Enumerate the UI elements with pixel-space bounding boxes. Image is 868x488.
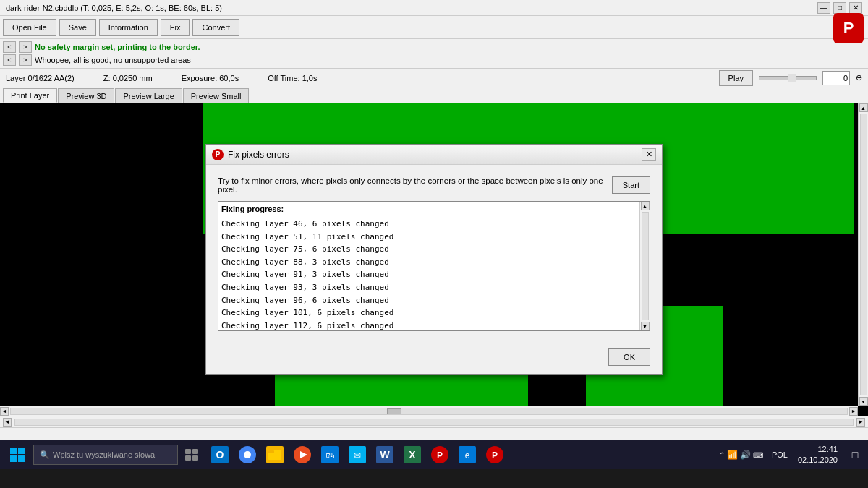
message-row-1: < > No safety margin set, printing to th… (3, 40, 865, 53)
windows-start-button[interactable] (3, 442, 32, 468)
svg-rect-4 (10, 455, 17, 462)
store-app-icon: 🛍 (321, 446, 339, 463)
progress-scrollbar[interactable]: ▲ ▼ (639, 202, 650, 330)
excel-app-icon: X (404, 446, 421, 463)
tab-print-layer[interactable]: Print Layer (3, 88, 57, 103)
notification-icon: □ (852, 449, 858, 461)
information-button[interactable]: Information (99, 19, 158, 36)
edge-icon[interactable]: e (454, 442, 480, 468)
zoom-input[interactable] (822, 71, 850, 85)
dialog-message-text: Try to fix minor errors, where pixels on… (218, 176, 605, 194)
tab-preview-small[interactable]: Preview Small (183, 88, 250, 103)
app-logo: P (832, 12, 865, 45)
dialog-title-left: P Fix pixels errors (212, 149, 289, 160)
dialog-close-button[interactable]: ✕ (642, 148, 656, 161)
word-app-icon: W (376, 446, 393, 463)
system-tray: ⌃ 📶 🔊 ⌨ POL 12:41 02.10.2020 □ (716, 444, 865, 466)
dialog-overlay: P Fix pixels errors ✕ Try to fix minor e… (0, 103, 868, 416)
z-info: Z: 0,0250 mm (103, 74, 153, 82)
message-bar: < > No safety margin set, printing to th… (0, 39, 868, 69)
network-icon: 📶 (727, 450, 738, 460)
svg-rect-3 (18, 448, 25, 454)
dialog-app-icon: P (212, 149, 224, 160)
progress-scroll-down[interactable]: ▼ (641, 322, 650, 330)
search-placeholder: Wpisz tu wyszukiwane słowa (53, 450, 155, 459)
tab-preview-large[interactable]: Preview Large (115, 88, 182, 103)
open-file-button[interactable]: Open File (3, 19, 56, 36)
convert-button[interactable]: Convert (192, 19, 239, 36)
chevron-icon[interactable]: ⌃ (719, 451, 725, 459)
prev-button-1[interactable]: < (3, 41, 16, 53)
next-button-2[interactable]: > (19, 54, 32, 66)
volume-icon: 🔊 (740, 450, 751, 460)
task-view-button[interactable] (179, 442, 205, 468)
svg-text:X: X (409, 449, 416, 461)
chrome-icon[interactable] (234, 442, 260, 468)
windows-logo-icon (10, 448, 25, 462)
progress-line: Checking layer 46, 6 pixels changed (221, 218, 647, 231)
word-icon[interactable]: W (372, 442, 398, 468)
svg-text:W: W (380, 449, 390, 461)
dialog-message-row: Try to fix minor errors, where pixels on… (218, 176, 650, 194)
progress-line: Checking layer 75, 6 pixels changed (221, 243, 647, 256)
bottom-scroll-track[interactable] (14, 419, 854, 426)
sys-tray-icons: ⌃ 📶 🔊 ⌨ (716, 450, 766, 460)
svg-text:✉: ✉ (354, 450, 361, 461)
progress-line: Checking layer 112, 6 pixels changed (221, 320, 647, 331)
dialog-body: Try to fix minor errors, where pixels on… (206, 165, 662, 343)
progress-scroll-track[interactable] (642, 212, 649, 320)
start-button[interactable]: Start (612, 176, 650, 194)
task-view-icon (185, 449, 200, 461)
dialog-title-bar: P Fix pixels errors ✕ (206, 145, 662, 165)
progress-line: Checking layer 51, 11 pixels changed (221, 231, 647, 244)
svg-text:🛍: 🛍 (326, 450, 334, 461)
store-icon[interactable]: 🛍 (317, 442, 343, 468)
minimize-button[interactable]: — (817, 2, 830, 14)
red-app-btn-icon: P (486, 446, 503, 463)
window-title: dark-rider-N2.cbddlp (T: 0,025, E: 5,2s,… (6, 4, 222, 12)
dialog-footer: OK (206, 343, 662, 374)
search-icon: 🔍 (40, 450, 50, 460)
photon-icon[interactable]: P (427, 442, 453, 468)
layer-slider[interactable] (759, 76, 817, 80)
notification-button[interactable]: □ (845, 445, 865, 465)
layer-controls-right: Play ⊕ (719, 70, 862, 86)
search-bar[interactable]: 🔍 Wpisz tu wyszukiwane słowa (33, 445, 178, 465)
svg-rect-16 (268, 450, 274, 453)
layer-info-bar: Layer 0/1622 AA(2) Z: 0,0250 mm Exposure… (0, 69, 868, 87)
fix-button[interactable]: Fix (161, 19, 190, 36)
keyboard-icon: ⌨ (753, 451, 763, 459)
progress-label: Fixing progress: (218, 202, 650, 215)
layer-info: Layer 0/1622 AA(2) (6, 74, 75, 82)
clock-time: 12:41 (798, 444, 838, 455)
svg-text:P: P (843, 19, 854, 37)
media-icon[interactable] (289, 442, 315, 468)
red-app-icon[interactable]: P (482, 442, 508, 468)
progress-area: Fixing progress: Checking layer 46, 6 pi… (218, 201, 650, 331)
progress-line: Checking layer 96, 6 pixels changed (221, 294, 647, 307)
play-button[interactable]: Play (719, 70, 753, 86)
outlook-icon[interactable]: O (207, 442, 233, 468)
bottom-area: ◄ ► (0, 416, 868, 427)
prev-button-2[interactable]: < (3, 54, 16, 66)
taskbar: 🔍 Wpisz tu wyszukiwane słowa O (0, 440, 868, 469)
mail-app-icon: ✉ (349, 446, 366, 463)
clock-date: 02.10.2020 (798, 455, 838, 466)
h-scroll-right[interactable]: ► (856, 418, 865, 427)
tab-preview-3d[interactable]: Preview 3D (58, 88, 114, 103)
svg-rect-2 (10, 448, 17, 454)
language-indicator: POL (769, 450, 791, 459)
progress-line: Checking layer 91, 3 pixels changed (221, 268, 647, 281)
next-button-1[interactable]: > (19, 41, 32, 53)
save-button[interactable]: Save (59, 19, 96, 36)
h-scroll-left[interactable]: ◄ (3, 418, 12, 427)
explorer-icon[interactable] (262, 442, 288, 468)
title-bar: dark-rider-N2.cbddlp (T: 0,025, E: 5,2s,… (0, 0, 868, 16)
excel-icon[interactable]: X (399, 442, 425, 468)
canvas-area: ▲ ▼ ◄ ► P Fix pixels errors ✕ Try to fix (0, 103, 868, 416)
progress-scroll-up[interactable]: ▲ (641, 202, 650, 210)
ok-button[interactable]: OK (608, 348, 650, 366)
tab-bar: Print Layer Preview 3D Preview Large Pre… (0, 87, 868, 103)
svg-point-13 (244, 451, 251, 458)
mail-icon[interactable]: ✉ (344, 442, 370, 468)
